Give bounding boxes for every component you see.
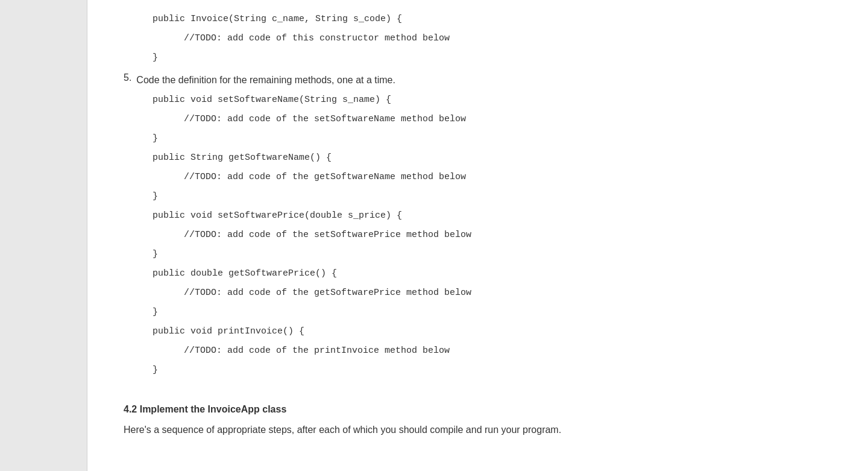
content-area: public Invoice(String c_name, String s_c… [87,0,868,471]
method2-todo: //TODO: add code of the getSoftwareName … [162,170,832,185]
constructor-close: } [153,51,832,65]
method3-todo: //TODO: add code of the setSoftwarePrice… [162,228,832,242]
method1-signature: public void setSoftwareName(String s_nam… [153,93,832,107]
method5-signature: public void printInvoice() { [153,324,832,339]
method3-close: } [153,247,832,262]
item-5-text: Code the definition for the remaining me… [136,72,395,88]
page-container: public Invoice(String c_name, String s_c… [0,0,868,471]
method5-todo: //TODO: add code of the printInvoice met… [162,344,832,358]
constructor-todo: //TODO: add code of this constructor met… [162,31,832,46]
method4-todo: //TODO: add code of the getSoftwarePrice… [162,286,832,300]
section-42-description: Here's a sequence of appropriate steps, … [124,422,832,438]
sidebar [0,0,87,471]
item-5-number: 5. [124,72,131,83]
section-42-heading: 4.2 Implement the InvoiceApp class [124,404,832,415]
method2-close: } [153,189,832,204]
method1-close: } [153,131,832,146]
method5-close: } [153,363,832,378]
method4-close: } [153,305,832,320]
method2-signature: public String getSoftwareName() { [153,151,832,165]
method1-todo: //TODO: add code of the setSoftwareName … [162,112,832,127]
constructor-signature: public Invoice(String c_name, String s_c… [153,12,832,27]
item-5: 5. Code the definition for the remaining… [124,72,832,88]
method4-signature: public double getSoftwarePrice() { [153,267,832,281]
method3-signature: public void setSoftwarePrice(double s_pr… [153,209,832,223]
section-42: 4.2 Implement the InvoiceApp class Here'… [124,397,832,438]
